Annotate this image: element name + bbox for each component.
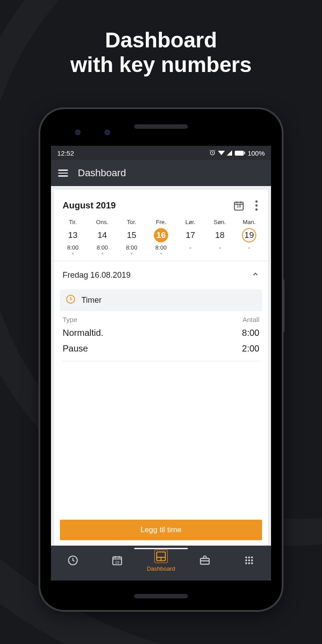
svg-point-14 [245, 562, 247, 564]
home-indicator [134, 548, 188, 549]
svg-point-15 [248, 562, 250, 564]
wifi-icon [218, 151, 225, 155]
day-number: 15 [117, 228, 146, 242]
timer-count: 2:00 [242, 343, 259, 354]
day-number: 13 [58, 228, 88, 242]
status-bar: 12:52 100% [51, 146, 271, 160]
day-cell[interactable]: Tir. 13 8:00 [58, 219, 88, 254]
day-of-week: Tir. [58, 219, 88, 225]
timer-type: Pause [63, 343, 88, 354]
phone-side-button [282, 279, 284, 333]
day-number: 14 [88, 228, 117, 242]
day-cell[interactable]: Man. 19 - [234, 219, 264, 254]
timer-section-header: Timer [60, 289, 262, 311]
phone-screen: 12:52 100% Dashboard August 2019 [51, 146, 271, 580]
phone-frame: 12:52 100% Dashboard August 2019 [40, 109, 282, 610]
svg-point-13 [251, 559, 253, 561]
nav-item-grid[interactable] [227, 555, 271, 568]
day-dot [160, 253, 162, 254]
column-count: Antall [242, 316, 259, 323]
day-of-week: Søn. [205, 219, 235, 225]
day-cell[interactable]: Ons. 14 8:00 [88, 219, 117, 254]
day-dot [102, 253, 103, 254]
day-of-week: Tor. [117, 219, 146, 225]
calendar-today-badge: 19 [233, 204, 245, 208]
phone-speaker-bottom [134, 594, 188, 598]
calendar-today-icon[interactable]: 19 [233, 200, 245, 212]
status-time: 12:52 [57, 149, 74, 157]
svg-point-11 [245, 559, 247, 561]
promo-line2: with key numbers [70, 53, 251, 76]
svg-text:19: 19 [115, 559, 119, 564]
selected-date-row[interactable]: Fredag 16.08.2019 [54, 261, 268, 289]
day-of-week: Lør. [176, 219, 205, 225]
bottom-nav: 19 Dashboard [51, 546, 271, 580]
day-dot [131, 253, 132, 254]
svg-point-9 [248, 556, 250, 558]
day-cell[interactable]: Søn. 18 - [205, 219, 235, 254]
appbar-title: Dashboard [78, 167, 126, 179]
column-type: Type [63, 316, 77, 323]
timer-count: 8:00 [242, 328, 259, 338]
day-hours: 8:00 [117, 244, 146, 251]
nav-item-brief[interactable] [183, 555, 227, 568]
phone-camera [105, 130, 110, 135]
timer-row: Pause 2:00 [60, 341, 262, 356]
menu-icon[interactable] [58, 169, 68, 177]
svg-point-16 [251, 562, 253, 564]
week-strip: Tir. 13 8:00 Ons. 14 8:00 Tor. 15 8:00 F… [54, 217, 268, 261]
day-of-week: Ons. [88, 219, 117, 225]
month-label: August 2019 [63, 200, 116, 211]
timer-heading: Timer [81, 296, 102, 305]
signal-icon [227, 150, 232, 156]
day-cell[interactable]: Lør. 17 - [176, 219, 205, 254]
timer-type: Normaltid. [63, 328, 103, 338]
nav-item-calendar[interactable]: 19 [95, 555, 139, 568]
dash-icon [154, 550, 168, 564]
battery-icon [235, 151, 245, 156]
brief-icon [199, 555, 211, 568]
day-hours: - [176, 244, 205, 251]
nav-label: Dashboard [147, 565, 175, 572]
svg-point-8 [245, 556, 247, 558]
phone-speaker-top [134, 124, 188, 129]
phone-camera [75, 130, 80, 135]
timer-row: Normaltid. 8:00 [60, 325, 262, 341]
day-of-week: Man. [234, 219, 264, 225]
svg-point-12 [248, 559, 250, 561]
nav-item-dash[interactable]: Dashboard [139, 550, 183, 572]
chevron-up-icon [251, 270, 259, 280]
day-of-week: Fre. [146, 219, 176, 225]
alarm-icon [209, 149, 216, 157]
promo-title: Dashboard with key numbers [0, 0, 322, 77]
app-bar: Dashboard [51, 160, 271, 186]
promo-line1: Dashboard [105, 28, 217, 52]
day-hours: - [234, 244, 264, 251]
day-number: 16 [146, 228, 176, 242]
day-number: 17 [176, 228, 205, 242]
battery-percent: 100% [248, 149, 265, 157]
day-number: 19 [234, 228, 264, 242]
add-hour-button[interactable]: Legg til time [60, 520, 262, 540]
nav-item-clock[interactable] [51, 555, 95, 568]
day-hours: 8:00 [58, 244, 88, 251]
grid-icon [243, 555, 255, 568]
clock-icon [65, 294, 76, 307]
day-cell[interactable]: Fre. 16 8:00 [146, 219, 176, 254]
day-number: 18 [205, 228, 235, 242]
dashboard-card: August 2019 19 Tir. 13 8:00 Ons. 14 [54, 190, 268, 546]
day-cell[interactable]: Tor. 15 8:00 [117, 219, 146, 254]
day-hours: 8:00 [146, 244, 176, 251]
svg-point-10 [251, 556, 253, 558]
calendar-icon: 19 [111, 555, 123, 568]
clock-icon [67, 555, 79, 568]
day-dot [72, 253, 74, 254]
day-hours: 8:00 [88, 244, 117, 251]
selected-date-label: Fredag 16.08.2019 [63, 271, 131, 280]
more-icon[interactable] [254, 199, 259, 212]
day-hours: - [205, 244, 235, 251]
